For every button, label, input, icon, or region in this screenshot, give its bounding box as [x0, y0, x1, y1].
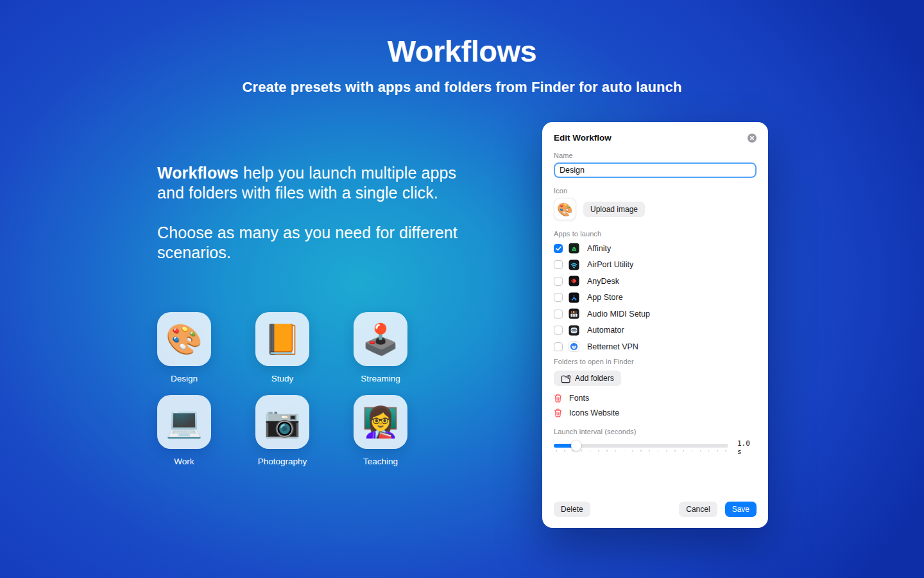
- airport-utility-icon: [569, 259, 579, 270]
- app-row: aAffinity: [554, 243, 757, 254]
- app-checkbox[interactable]: [554, 277, 563, 286]
- slider-thumb[interactable]: [571, 441, 581, 451]
- preset-tile[interactable]: 📙: [255, 312, 309, 366]
- folders-list: FontsIcons Website: [554, 393, 757, 418]
- folders-label: Folders to open in Finder: [554, 358, 757, 365]
- close-icon[interactable]: [748, 134, 757, 143]
- launch-interval-label: Launch interval (seconds): [554, 428, 757, 435]
- preset-label: Work: [174, 457, 194, 466]
- camera-emoji-icon: 📷: [264, 407, 300, 437]
- interval-value: 1.0 s: [733, 439, 757, 456]
- folder-name: Fonts: [569, 394, 589, 403]
- laptop-emoji-icon: 💻: [166, 407, 202, 437]
- page-subtitle: Create presets with apps and folders fro…: [0, 79, 924, 96]
- svg-text:a: a: [572, 245, 576, 252]
- launch-interval-row: 1.0 s: [554, 442, 757, 456]
- app-checkbox[interactable]: [554, 244, 563, 253]
- dialog-title: Edit Workflow: [554, 133, 612, 143]
- app-row: Automator: [554, 325, 757, 336]
- dialog-footer: Delete Cancel Save: [554, 502, 757, 517]
- upload-image-button[interactable]: Upload image: [583, 202, 645, 217]
- intro-text: Workflows help you launch multiple apps …: [157, 163, 478, 263]
- folder-plus-icon: [561, 374, 571, 383]
- affinity-icon: a: [569, 243, 579, 254]
- cancel-button[interactable]: Cancel: [679, 502, 717, 517]
- preset-label: Streaming: [361, 374, 400, 383]
- icon-row: 🎨 Upload image: [554, 198, 757, 220]
- app-name: AnyDesk: [587, 277, 619, 286]
- anydesk-icon: [569, 276, 579, 286]
- preset-tile[interactable]: 💻: [157, 395, 211, 449]
- intro-paragraph-2: Choose as many as you need for different…: [157, 223, 478, 263]
- trash-icon[interactable]: [554, 394, 562, 403]
- preset-label: Photography: [258, 457, 307, 466]
- trash-icon[interactable]: [554, 408, 562, 417]
- app-name: Betternet VPN: [587, 342, 638, 351]
- page-title: Workflows: [0, 33, 924, 69]
- delete-button[interactable]: Delete: [554, 502, 590, 517]
- palette-emoji-icon: 🎨: [557, 202, 573, 217]
- preset-tile[interactable]: 🎨: [157, 312, 211, 366]
- preset-item[interactable]: 👩‍🏫Teaching: [354, 395, 407, 466]
- preset-label: Design: [171, 374, 198, 383]
- folder-row: Icons Website: [554, 408, 757, 418]
- app-row: Betternet VPN: [554, 341, 757, 352]
- preset-item[interactable]: 🕹️Streaming: [354, 312, 407, 383]
- app-checkbox[interactable]: [554, 310, 563, 319]
- slider-ticks: [556, 450, 726, 452]
- add-folders-button[interactable]: Add folders: [554, 371, 621, 386]
- app-store-icon: [569, 292, 579, 303]
- intro-paragraph-1: Workflows help you launch multiple apps …: [157, 163, 478, 203]
- apps-list: aAffinityAirPort UtilityAnyDeskApp Store…: [554, 243, 757, 352]
- app-name: App Store: [587, 293, 623, 302]
- app-checkbox[interactable]: [554, 293, 563, 302]
- app-row: AnyDesk: [554, 276, 757, 286]
- book-emoji-icon: 📙: [264, 324, 300, 354]
- app-name: Automator: [587, 326, 624, 335]
- footer-right-buttons: Cancel Save: [679, 502, 757, 517]
- preset-tile[interactable]: 👩‍🏫: [354, 395, 407, 449]
- preset-item[interactable]: 🎨Design: [157, 312, 211, 383]
- folder-row: Fonts: [554, 393, 757, 403]
- add-folders-label: Add folders: [575, 374, 614, 383]
- audio-midi-setup-icon: [569, 308, 579, 319]
- app-checkbox[interactable]: [554, 260, 563, 269]
- teacher-emoji-icon: 👩‍🏫: [362, 407, 398, 437]
- apps-to-launch-label: Apps to launch: [554, 230, 757, 238]
- app-checkbox[interactable]: [554, 342, 563, 351]
- joystick-emoji-icon: 🕹️: [362, 324, 398, 354]
- preset-grid: 🎨Design📙Study🕹️Streaming💻Work📷Photograph…: [157, 312, 459, 466]
- app-row: Audio MIDI Setup: [554, 308, 757, 319]
- app-name: Audio MIDI Setup: [587, 310, 650, 319]
- intro-lead-bold: Workflows: [157, 164, 239, 182]
- save-button[interactable]: Save: [725, 502, 757, 517]
- palette-emoji-icon: 🎨: [166, 324, 202, 354]
- preset-label: Teaching: [363, 457, 398, 466]
- icon-field-label: Icon: [554, 187, 757, 195]
- app-name: Affinity: [587, 244, 611, 253]
- app-name: AirPort Utility: [587, 260, 633, 269]
- dialog-header: Edit Workflow: [554, 133, 757, 143]
- name-field-label: Name: [554, 152, 757, 159]
- preset-tile[interactable]: 🕹️: [354, 312, 407, 366]
- workflow-name-input[interactable]: [554, 162, 757, 178]
- launch-interval-slider[interactable]: [554, 442, 728, 453]
- preset-label: Study: [271, 374, 294, 383]
- preset-tile[interactable]: 📷: [255, 395, 309, 449]
- app-row: App Store: [554, 292, 757, 303]
- edit-workflow-dialog: Edit Workflow Name Icon 🎨 Upload image A…: [542, 122, 768, 528]
- automator-icon: [569, 325, 579, 336]
- app-checkbox[interactable]: [554, 326, 563, 335]
- preset-item[interactable]: 📷Photography: [255, 395, 309, 466]
- folder-name: Icons Website: [569, 408, 619, 417]
- preset-item[interactable]: 💻Work: [157, 395, 211, 466]
- betternet-vpn-icon: [569, 341, 579, 352]
- app-row: AirPort Utility: [554, 259, 757, 270]
- workflow-icon-preview: 🎨: [554, 198, 576, 220]
- preset-item[interactable]: 📙Study: [255, 312, 309, 383]
